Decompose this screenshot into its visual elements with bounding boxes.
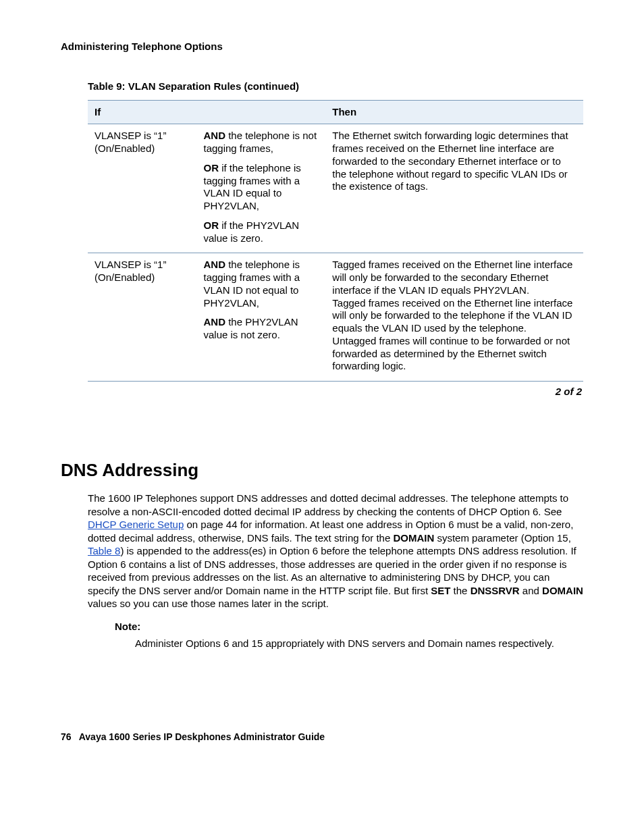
- then-text: Tagged frames received on the Ethernet l…: [332, 297, 576, 335]
- cell-then: The Ethernet switch forwarding logic det…: [325, 124, 583, 253]
- cell-then: Tagged frames received on the Ethernet l…: [325, 253, 583, 382]
- body-bold: DNSSRVR: [471, 585, 520, 596]
- then-text: Untagged frames will continue to be forw…: [332, 335, 576, 373]
- cond-keyword: OR: [203, 219, 219, 231]
- body-bold: DOMAIN: [542, 585, 583, 596]
- body-paragraph: The 1600 IP Telephones support DNS addre…: [88, 492, 583, 610]
- table-row: VLANSEP is “1” (On/Enabled) AND the tele…: [88, 253, 583, 382]
- cell-if: VLANSEP is “1” (On/Enabled): [88, 124, 196, 253]
- body-text: system parameter (Option 15,: [434, 532, 571, 544]
- col-header-then: Then: [325, 100, 583, 124]
- body-bold: SET: [431, 585, 450, 596]
- footer-title: Avaya 1600 Series IP Deskphones Administ…: [79, 731, 325, 742]
- cond-keyword: OR: [203, 162, 219, 174]
- cond-keyword: AND: [203, 130, 225, 141]
- page-footer: 76 Avaya 1600 Series IP Deskphones Admin…: [61, 731, 583, 744]
- body-text: values so you can use those names later …: [88, 598, 329, 609]
- col-header-if: If: [88, 100, 196, 124]
- then-text: Tagged frames received on the Ethernet l…: [332, 259, 576, 296]
- note-label: Note:: [115, 620, 583, 633]
- table-caption: Table 9: VLAN Separation Rules (continue…: [88, 80, 583, 93]
- cell-cond: AND the telephone is not tagging frames,…: [196, 124, 325, 253]
- link-table-8[interactable]: Table 8: [88, 545, 120, 556]
- body-text: The 1600 IP Telephones support DNS addre…: [88, 492, 568, 517]
- table-pager: 2 of 2: [61, 386, 583, 398]
- body-text: and: [520, 585, 542, 596]
- cond-text: if the telephone is tagging frames with …: [203, 162, 300, 211]
- body-text: the: [450, 585, 470, 596]
- section-heading-dns: DNS Addressing: [61, 459, 583, 481]
- col-header-cond: [196, 100, 325, 124]
- vlan-rules-table: If Then VLANSEP is “1” (On/Enabled) AND …: [88, 100, 583, 382]
- note-body: Administer Options 6 and 15 appropriatel…: [135, 637, 583, 650]
- cond-keyword: AND: [203, 316, 225, 328]
- link-dhcp-generic-setup[interactable]: DHCP Generic Setup: [88, 519, 184, 530]
- body-bold: DOMAIN: [393, 532, 434, 544]
- cell-cond: AND the telephone is tagging frames with…: [196, 253, 325, 382]
- running-header: Administering Telephone Options: [61, 41, 583, 53]
- cell-if: VLANSEP is “1” (On/Enabled): [88, 253, 196, 382]
- section-body: The 1600 IP Telephones support DNS addre…: [88, 492, 583, 650]
- table-row: VLANSEP is “1” (On/Enabled) AND the tele…: [88, 124, 583, 253]
- cond-keyword: AND: [203, 259, 225, 270]
- page-number: 76: [61, 731, 72, 742]
